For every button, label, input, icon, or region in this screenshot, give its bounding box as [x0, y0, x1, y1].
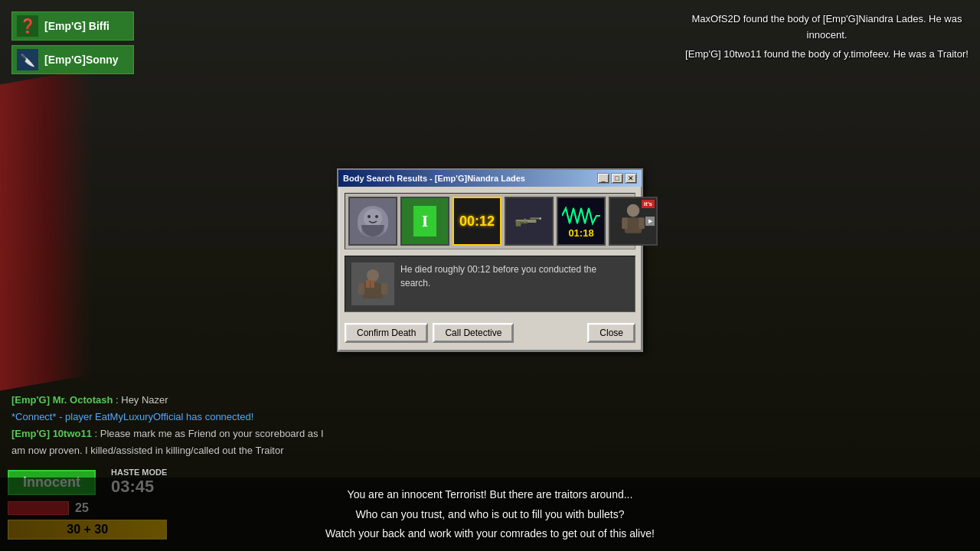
innocent-icon: I	[413, 206, 436, 236]
notification-line2: [Emp'G] 10two11 found the body of y.timo…	[681, 47, 972, 63]
modal-controls: _ □ ✕	[597, 173, 637, 184]
player-list: ❓ [Emp'G] Biffi 🔪 [Emp'G]Sonny	[11, 11, 134, 74]
chat-system-1: *Connect* - player EatMyLuxuryOfficial h…	[11, 411, 253, 422]
confirm-death-button[interactable]: Confirm Death	[345, 323, 428, 343]
bottom-message: You are an innocent Terrorist! But there…	[0, 478, 980, 551]
evidence-timer[interactable]: 00:12	[452, 197, 501, 246]
info-box: He died roughly 00:12 before you conduct…	[345, 256, 635, 312]
player-name-biffi: [Emp'G] Biffi	[44, 20, 109, 32]
bottom-msg-line2: Who can you trust, and who is out to fil…	[8, 505, 972, 524]
svg-point-3	[375, 215, 378, 218]
call-detective-button[interactable]: Call Detective	[433, 323, 514, 343]
svg-point-8	[539, 217, 541, 220]
restore-button[interactable]: □	[611, 173, 623, 184]
chat-player-1: [Emp'G] Mr. Octotash	[11, 394, 113, 406]
bottom-msg-line1: You are an innocent Terrorist! But there…	[8, 485, 972, 504]
svg-point-2	[368, 215, 371, 218]
bottom-msg-line3: Watch your back and work with your comra…	[8, 524, 972, 543]
chat-line-3: [Emp'G] 10two11 : Please mark me as Frie…	[11, 425, 325, 459]
svg-rect-1	[361, 227, 384, 236]
svg-point-10	[627, 204, 640, 217]
modal-title: Body Search Results - [Emp'G]Niandra Lad…	[343, 174, 525, 183]
modal-buttons: Confirm Death Call Detective Close	[345, 320, 635, 344]
person-badge: it's	[642, 200, 655, 208]
info-icon	[351, 262, 394, 305]
timer-text: 00:12	[459, 214, 495, 230]
chat-area: [Emp'G] Mr. Octotash : Hey Nazer *Connec…	[11, 392, 325, 459]
player-item-sonny[interactable]: 🔪 [Emp'G]Sonny	[11, 45, 134, 74]
close-button[interactable]: Close	[587, 323, 635, 343]
bg-gun-overlay	[0, 68, 92, 390]
info-text: He died roughly 00:12 before you conduct…	[400, 262, 629, 305]
chat-player-2: [Emp'G] 10two11	[11, 428, 92, 439]
evidence-innocent[interactable]: I	[400, 197, 449, 246]
face-svg	[358, 206, 388, 236]
svg-rect-9	[524, 219, 526, 223]
evidence-person[interactable]: it's ▶	[609, 197, 658, 246]
evidence-rifle[interactable]	[505, 197, 554, 246]
evidence-face[interactable]	[348, 197, 397, 246]
evidence-dna[interactable]: 01:18	[557, 197, 606, 246]
dna-time: 01:18	[568, 227, 593, 239]
svg-rect-16	[358, 283, 364, 295]
close-title-button[interactable]: ✕	[625, 173, 637, 184]
chat-line-2: *Connect* - player EatMyLuxuryOfficial h…	[11, 409, 325, 425]
modal-titlebar: Body Search Results - [Emp'G]Niandra Lad…	[338, 170, 642, 187]
evidence-strip: I 00:12	[345, 193, 635, 249]
player-icon-sonny: 🔪	[17, 49, 38, 70]
svg-rect-17	[381, 283, 387, 295]
minimize-button[interactable]: _	[597, 173, 609, 184]
chat-message-1: : Hey Nazer	[116, 394, 168, 406]
play-icon[interactable]: ▶	[645, 217, 655, 226]
face-icon	[358, 206, 388, 236]
player-name-sonny: [Emp'G]Sonny	[44, 54, 119, 66]
wave-svg	[562, 204, 600, 227]
svg-rect-12	[622, 217, 627, 229]
svg-rect-18	[366, 280, 370, 288]
haste-label: HASTE MODE	[111, 468, 167, 477]
svg-rect-19	[371, 280, 374, 288]
player-icon-biffi: ❓	[17, 15, 38, 37]
rifle-svg	[510, 214, 548, 229]
body-search-modal: Body Search Results - [Emp'G]Niandra Lad…	[337, 168, 643, 352]
svg-rect-13	[639, 217, 644, 229]
chat-line-1: [Emp'G] Mr. Octotash : Hey Nazer	[11, 392, 325, 409]
notification-line1: MaxOfS2D found the body of [Emp'G]Niandr…	[681, 11, 972, 44]
notifications-area: MaxOfS2D found the body of [Emp'G]Niandr…	[681, 11, 972, 62]
body-icon-svg	[354, 265, 392, 303]
svg-point-0	[364, 209, 382, 227]
modal-body: I 00:12	[338, 187, 642, 350]
player-item-biffi[interactable]: ❓ [Emp'G] Biffi	[11, 11, 134, 41]
